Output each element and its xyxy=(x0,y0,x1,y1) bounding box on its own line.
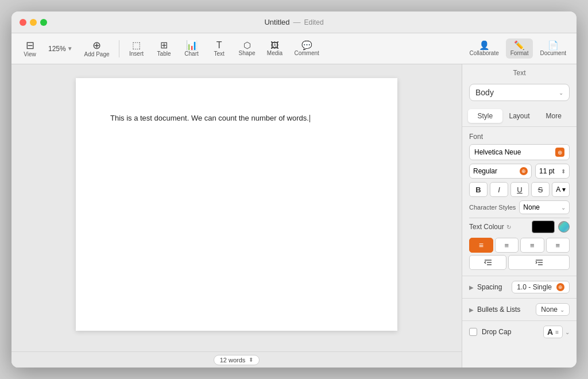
drop-cap-preview[interactable]: A ≡ xyxy=(543,326,563,338)
format-buttons: B I U S A ▾ xyxy=(469,182,570,197)
tab-layout[interactable]: Layout xyxy=(502,109,537,123)
insert-icon: ⬚ xyxy=(132,41,141,50)
table-icon: ⊞ xyxy=(160,41,168,50)
toolbar-document[interactable]: 📄 Document xyxy=(535,38,571,59)
body-style-selector[interactable]: Body ⌄ xyxy=(469,84,570,101)
document-label: Document xyxy=(540,50,566,56)
maximize-button[interactable] xyxy=(40,19,47,26)
drop-cap-row: Drop Cap A ≡ ⌄ xyxy=(462,320,577,343)
toolbar-table[interactable]: ⊞ Table xyxy=(152,38,177,59)
window-title: Untitled xyxy=(264,18,289,26)
align-left-button[interactable]: ≡ xyxy=(469,238,493,253)
minimize-button[interactable] xyxy=(30,19,37,26)
shape-icon: ⬡ xyxy=(243,41,251,49)
bullets-header[interactable]: ▶ Bullets & Lists None ⌄ xyxy=(469,299,570,320)
bullets-section: ▶ Bullets & Lists None ⌄ xyxy=(462,298,577,320)
color-circle[interactable] xyxy=(558,221,570,233)
underline-button[interactable]: U xyxy=(510,182,529,197)
word-count-badge[interactable]: 12 words ⬍ xyxy=(214,355,260,365)
indent-decrease-button[interactable] xyxy=(469,255,506,270)
bullets-value[interactable]: None ⌄ xyxy=(536,303,570,316)
drop-cap-label: Drop Cap xyxy=(482,328,539,336)
close-button[interactable] xyxy=(20,19,26,26)
toolbar-zoom[interactable]: 125% ▼ xyxy=(45,41,78,56)
text-color-label: Text Colour ↻ xyxy=(469,223,511,231)
drop-cap-letter-a: A xyxy=(547,327,553,337)
drop-cap-lines: ≡ xyxy=(555,329,559,335)
toolbar: ⊟ View 125% ▼ ⊕ Add Page ⬚ Insert ⊞ Tabl… xyxy=(11,33,577,64)
zoom-arrow: ▼ xyxy=(67,45,73,52)
bold-button[interactable]: B xyxy=(469,182,488,197)
italic-button[interactable]: I xyxy=(490,182,508,197)
text-icon: T xyxy=(216,41,222,50)
chart-icon: 📊 xyxy=(186,41,198,50)
media-icon: 🖼 xyxy=(270,41,279,49)
font-size-selector[interactable]: 11 pt ⬍ xyxy=(535,164,570,179)
font-weight-badge[interactable]: ⊕ xyxy=(520,167,528,175)
text-options-button[interactable]: A ▾ xyxy=(552,182,570,197)
text-label: Text xyxy=(214,51,224,57)
sidebar-tabs: Style Layout More xyxy=(462,106,577,127)
text-color-cycle-icon: ↻ xyxy=(506,224,511,230)
tab-style[interactable]: Style xyxy=(468,109,502,123)
toolbar-insert[interactable]: ⬚ Insert xyxy=(124,38,149,59)
body-style-label: Body xyxy=(475,88,494,97)
chart-label: Chart xyxy=(184,51,198,57)
insert-label: Insert xyxy=(129,51,144,57)
bullets-label: Bullets & Lists xyxy=(477,305,520,314)
character-styles-row: Character Styles None ⌄ xyxy=(469,200,570,214)
toolbar-media[interactable]: 🖼 Media xyxy=(262,38,287,59)
toolbar-collaborate[interactable]: 👤 Collaborate xyxy=(465,38,504,59)
divider-1 xyxy=(469,218,570,218)
word-count-arrows: ⬍ xyxy=(249,357,253,363)
font-weight-selector[interactable]: Regular ⊕ xyxy=(469,164,532,179)
add-page-label: Add Page xyxy=(84,51,110,57)
bullets-chevron: ⌄ xyxy=(560,307,564,313)
bullets-arrow: ▶ xyxy=(469,307,474,313)
title-separator: — xyxy=(293,18,301,26)
drop-cap-checkbox[interactable] xyxy=(469,328,477,336)
align-justify-button[interactable]: ≡ xyxy=(546,238,570,253)
doc-scroll[interactable]: This is a test document. We can count th… xyxy=(11,64,462,351)
titlebar: Untitled — Edited xyxy=(11,11,577,33)
alignment-row: ≡ ≡ ≡ ≡ xyxy=(469,238,570,253)
align-right-button[interactable]: ≡ xyxy=(520,238,544,253)
font-family-selector[interactable]: Helvetica Neue ⊕ xyxy=(469,144,570,160)
character-styles-chevron: ⌄ xyxy=(561,204,566,211)
comment-label: Comment xyxy=(294,50,319,56)
shape-label: Shape xyxy=(239,50,256,56)
spacing-arrow: ▶ xyxy=(469,284,474,291)
spacing-header[interactable]: ▶ Spacing 1.0 - Single ⊕ xyxy=(469,276,570,298)
toolbar-add-page[interactable]: ⊕ Add Page xyxy=(80,38,114,60)
toolbar-format[interactable]: ✏️ Format xyxy=(506,38,533,59)
toolbar-chart[interactable]: 📊 Chart xyxy=(179,38,204,59)
tab-more[interactable]: More xyxy=(536,109,571,123)
align-center-button[interactable]: ≡ xyxy=(495,238,519,253)
page[interactable]: This is a test document. We can count th… xyxy=(76,78,397,331)
character-styles-select[interactable]: None ⌄ xyxy=(519,200,570,214)
drop-cap-controls: A ≡ ⌄ xyxy=(543,326,570,338)
table-label: Table xyxy=(157,51,171,57)
toolbar-view[interactable]: ⊟ View xyxy=(17,38,42,60)
strikethrough-button[interactable]: S xyxy=(531,182,550,197)
toolbar-right: 👤 Collaborate ✏️ Format 📄 Document xyxy=(465,38,571,59)
document-content[interactable]: This is a test document. We can count th… xyxy=(110,114,309,122)
font-family-btn[interactable]: ⊕ xyxy=(555,148,564,157)
collaborate-icon: 👤 xyxy=(479,41,490,49)
toolbar-text[interactable]: T Text xyxy=(207,38,232,59)
spacing-badge[interactable]: ⊕ xyxy=(556,283,564,291)
character-styles-label: Character Styles xyxy=(469,204,516,211)
indent-increase-button[interactable] xyxy=(508,255,570,270)
title-edited: Edited xyxy=(304,18,324,26)
toolbar-shape[interactable]: ⬡ Shape xyxy=(234,38,260,59)
font-section-label: Font xyxy=(469,133,570,141)
spacing-value[interactable]: 1.0 - Single ⊕ xyxy=(512,281,570,293)
main-window: Untitled — Edited ⊟ View 125% ▼ ⊕ Add Pa… xyxy=(11,11,577,368)
doc-statusbar: 12 words ⬍ xyxy=(11,351,462,368)
color-swatch[interactable] xyxy=(532,221,555,233)
toolbar-comment[interactable]: 💬 Comment xyxy=(289,38,323,59)
font-section: Font Helvetica Neue ⊕ Regular ⊕ xyxy=(462,127,577,276)
body-style-chevron: ⌄ xyxy=(559,90,563,96)
font-size-arrows: ⬍ xyxy=(561,168,566,175)
indent-row xyxy=(469,255,570,270)
